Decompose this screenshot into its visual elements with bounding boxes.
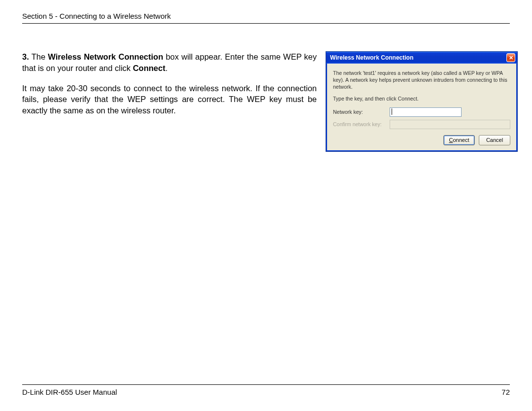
close-icon: ✕ <box>509 55 513 61</box>
step-number: 3. <box>22 52 29 61</box>
confirm-key-input <box>390 120 510 129</box>
network-key-label: Network key: <box>333 109 390 115</box>
page-footer: D-Link DIR-655 User Manual 72 <box>22 384 510 396</box>
network-key-input[interactable] <box>390 107 462 117</box>
connect-button[interactable]: Connect <box>443 135 475 145</box>
instruction-text: 3. The Wireless Network Connection box w… <box>22 51 317 116</box>
step-text-end: . <box>166 64 168 72</box>
footer-manual-name: D-Link DIR-655 User Manual <box>22 388 117 396</box>
text-cursor <box>392 108 392 115</box>
confirm-key-row: Confirm network key: <box>333 120 510 129</box>
step-bold-2: Connect <box>133 64 166 72</box>
step-text-pre: The <box>32 52 48 61</box>
dialog-body: The network 'test1' requires a network k… <box>326 64 517 151</box>
dialog-button-row: Connect Cancel <box>333 135 510 145</box>
paragraph-note: It may take 20-30 seconds to connect to … <box>22 83 317 116</box>
close-button[interactable]: ✕ <box>506 53 515 62</box>
footer-page-number: 72 <box>501 388 510 396</box>
step-bold-1: Wireless Network Connection <box>48 52 163 61</box>
dialog-titlebar: Wireless Network Connection ✕ <box>326 52 517 64</box>
cancel-button[interactable]: Cancel <box>479 135 510 145</box>
step-3: 3. The Wireless Network Connection box w… <box>22 51 317 74</box>
dialog-instruction: Type the key, and then click Connect. <box>333 96 510 102</box>
dialog-title: Wireless Network Connection <box>330 54 413 61</box>
dialog-info-text: The network 'test1' requires a network k… <box>333 69 510 91</box>
wireless-connection-dialog: Wireless Network Connection ✕ The networ… <box>326 51 518 152</box>
section-header: Section 5 - Connecting to a Wireless Net… <box>22 12 510 24</box>
confirm-key-label: Confirm network key: <box>333 121 390 127</box>
network-key-row: Network key: <box>333 107 510 117</box>
